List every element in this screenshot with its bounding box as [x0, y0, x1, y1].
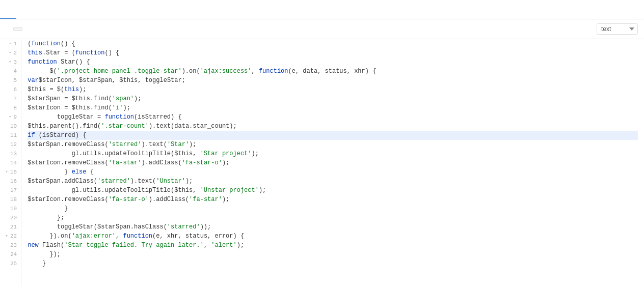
line-number-text: 7	[14, 94, 17, 103]
fold-arrow[interactable]: ▾	[8, 39, 13, 48]
line-number-text: 4	[14, 67, 17, 76]
line-number-text: 9	[14, 112, 17, 122]
line-number-text: 15	[10, 167, 17, 177]
line-number: ▾22	[4, 232, 17, 241]
tab-bar	[0, 0, 644, 19]
code-lines[interactable]: (function() { this.Star = (function() { …	[21, 39, 644, 286]
file-type-select[interactable]: text javascript ruby python	[597, 23, 638, 35]
line-number-text: 24	[10, 250, 17, 259]
line-numbers: ▾1▾2▾345678▾91011121314▾15161718192021▾2…	[0, 39, 21, 286]
line-number-text: 23	[10, 241, 17, 250]
code-line: gl.utils.updateTooltipTitle($this, 'Star…	[28, 149, 638, 158]
line-number: 19	[4, 204, 17, 213]
toolbar: text javascript ruby python	[0, 19, 644, 39]
line-number-text: 12	[10, 140, 17, 149]
line-number-text: 8	[14, 103, 17, 112]
line-number-text: 14	[10, 158, 17, 167]
line-number-text: 1	[14, 39, 17, 48]
code-line: $('.project-home-panel .toggle-star').on…	[28, 67, 638, 76]
line-number: 7	[4, 94, 17, 103]
toolbar-right: text javascript ruby python	[597, 23, 638, 35]
fold-arrow[interactable]: ▾	[8, 112, 13, 122]
code-line: this.Star = (function() {	[28, 48, 638, 57]
code-line: $starSpan.addClass('starred').text('Unst…	[28, 177, 638, 186]
code-line: $starSpan = $this.find('span');	[28, 94, 638, 103]
line-number: 10	[4, 122, 17, 131]
line-number-text: 22	[10, 232, 17, 241]
line-number: 11	[4, 131, 17, 140]
line-number-text: 20	[10, 213, 17, 222]
code-line: }).on('ajax:error', function(e, xhr, sta…	[28, 232, 638, 241]
fold-arrow[interactable]: ▾	[8, 48, 13, 57]
line-number-text: 21	[10, 222, 17, 232]
line-number-text: 3	[14, 57, 17, 67]
code-editor: ▾1▾2▾345678▾91011121314▾15161718192021▾2…	[0, 39, 644, 286]
code-line: toggleStar($starSpan.hasClass('starred')…	[28, 222, 638, 232]
line-number: ▾2	[4, 48, 17, 57]
line-number: ▾9	[4, 112, 17, 122]
line-number: ▾15	[4, 167, 17, 177]
line-number-text: 19	[10, 204, 17, 213]
code-line: var $starIcon, $starSpan, $this, toggleS…	[28, 76, 638, 85]
fold-arrow[interactable]: ▾	[8, 57, 13, 67]
line-number: 4	[4, 67, 17, 76]
code-line: };	[28, 213, 638, 222]
line-number: 16	[4, 177, 17, 186]
tab-edit-file[interactable]	[0, 0, 16, 19]
line-number: 24	[4, 250, 17, 259]
line-number-text: 6	[14, 85, 17, 94]
line-number-text: 18	[10, 195, 17, 204]
code-line: $starIcon.removeClass('fa-star-o').addCl…	[28, 195, 638, 204]
code-line: $starSpan.removeClass('starred').text('S…	[28, 140, 638, 149]
line-number: ▾3	[4, 57, 17, 67]
fold-arrow[interactable]: ▾	[4, 167, 9, 177]
line-number-text: 5	[14, 76, 17, 85]
tab-preview-changes[interactable]	[16, 0, 33, 19]
line-number-text: 16	[10, 177, 17, 186]
line-number: ▾1	[4, 39, 17, 48]
line-number: 18	[4, 195, 17, 204]
code-line: if (isStarred) {	[28, 131, 638, 140]
line-number: 5	[4, 76, 17, 85]
code-line: $starIcon = $this.find('i');	[28, 103, 638, 112]
code-line: }	[28, 259, 638, 268]
code-line: });	[28, 250, 638, 259]
code-line: $starIcon.removeClass('fa-star').addClas…	[28, 158, 638, 167]
line-number: 21	[4, 222, 17, 232]
line-number: 23	[4, 241, 17, 250]
filepath-badge	[13, 27, 22, 31]
code-line: gl.utils.updateTooltipTitle($this, 'Unst…	[28, 186, 638, 195]
line-number-text: 11	[10, 131, 17, 140]
code-line: toggleStar = function(isStarred) {	[28, 112, 638, 122]
code-line: $this = $(this);	[28, 85, 638, 94]
code-line: (function() {	[28, 39, 638, 48]
code-line: function Star() {	[28, 57, 638, 67]
line-number: 20	[4, 213, 17, 222]
line-number: 12	[4, 140, 17, 149]
line-number-text: 2	[14, 48, 17, 57]
code-line: new Flash('Star toggle failed. Try again…	[28, 241, 638, 250]
line-number-text: 10	[10, 122, 17, 131]
line-number: 8	[4, 103, 17, 112]
line-number: 13	[4, 149, 17, 158]
code-line: }	[28, 204, 638, 213]
code-line: $this.parent().find('.star-count').text(…	[28, 122, 638, 131]
fold-arrow[interactable]: ▾	[4, 232, 9, 241]
line-number: 14	[4, 158, 17, 167]
code-line: } else {	[28, 167, 638, 177]
line-number: 25	[4, 259, 17, 268]
line-number: 17	[4, 186, 17, 195]
line-number-text: 25	[10, 259, 17, 268]
line-number-text: 13	[10, 149, 17, 158]
line-number-text: 17	[10, 186, 17, 195]
line-number: 6	[4, 85, 17, 94]
